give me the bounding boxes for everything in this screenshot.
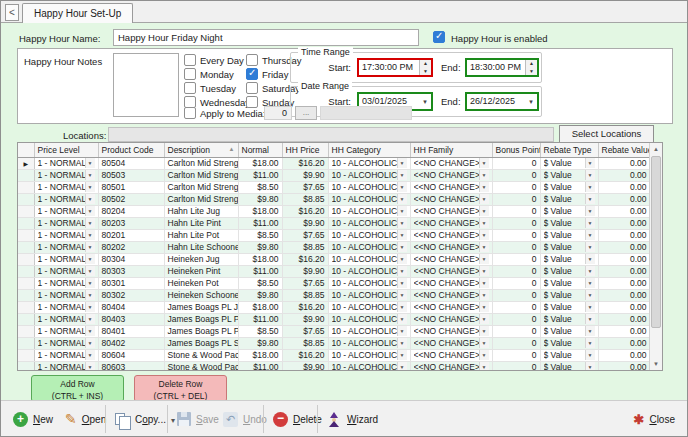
back-button[interactable]: < [5, 4, 19, 21]
rebate-value-cell[interactable]: 0.00 [598, 169, 650, 181]
delete-row-button[interactable]: Delete Row (CTRL + DEL) [134, 375, 227, 402]
chevron-down-icon[interactable]: ▼ [585, 362, 595, 371]
rebate-value-cell[interactable]: 0.00 [598, 301, 650, 313]
hh-price-cell[interactable]: $7.65 [282, 325, 328, 337]
description-cell[interactable]: James Boags PL Jug [164, 301, 238, 313]
apply-to-media-checkbox[interactable] [184, 107, 196, 119]
hh-family-cell[interactable]: <<NO CHANGE>>▼ [410, 349, 492, 361]
hh-category-cell[interactable]: 10 - ALCOHOLIC ...▼ [328, 169, 410, 181]
rebate-type-cell[interactable]: $ Value▼ [540, 265, 598, 277]
product-code-cell[interactable]: 80202 [98, 241, 164, 253]
save-button[interactable]: Save [173, 406, 223, 432]
hh-category-cell[interactable]: 10 - ALCOHOLIC ...▼ [328, 205, 410, 217]
bonus-points-cell[interactable]: 0 [492, 325, 540, 337]
chevron-down-icon[interactable]: ▼ [479, 290, 489, 300]
chevron-down-icon[interactable]: ▼ [397, 350, 407, 360]
hh-price-cell[interactable]: $8.85 [282, 193, 328, 205]
hh-family-cell[interactable]: <<NO CHANGE>>▼ [410, 217, 492, 229]
scroll-down-icon[interactable]: ▼ [650, 358, 662, 370]
chevron-down-icon[interactable]: ▼ [479, 350, 489, 360]
hh-family-cell[interactable]: <<NO CHANGE>>▼ [410, 289, 492, 301]
hh-price-cell[interactable]: $9.90 [282, 169, 328, 181]
chevron-down-icon[interactable]: ▼ [479, 302, 489, 312]
row-indicator[interactable] [18, 193, 34, 205]
chevron-down-icon[interactable]: ▼ [85, 206, 95, 216]
table-row[interactable]: 1 - NORMAL▼ 80404 James Boags PL Jug $18… [18, 301, 650, 313]
col-product-code[interactable]: Product Code [98, 143, 164, 157]
chevron-down-icon[interactable]: ▼ [585, 278, 595, 288]
price-level-cell[interactable]: 1 - NORMAL▼ [34, 325, 98, 337]
chevron-down-icon[interactable]: ▼ [397, 218, 407, 228]
chevron-down-icon[interactable]: ▼ [479, 218, 489, 228]
row-indicator[interactable] [18, 289, 34, 301]
description-cell[interactable]: Hahn Lite Jug [164, 205, 238, 217]
normal-price-cell[interactable]: $18.00 [238, 157, 282, 169]
bonus-points-cell[interactable]: 0 [492, 229, 540, 241]
hh-family-cell[interactable]: <<NO CHANGE>>▼ [410, 337, 492, 349]
hh-price-cell[interactable]: $9.90 [282, 217, 328, 229]
normal-price-cell[interactable]: $9.80 [238, 241, 282, 253]
rebate-value-cell[interactable]: 0.00 [598, 277, 650, 289]
description-cell[interactable]: Hahn Lite Schooner [164, 241, 238, 253]
hh-category-cell[interactable]: 10 - ALCOHOLIC ...▼ [328, 361, 410, 371]
hh-category-cell[interactable]: 10 - ALCOHOLIC ...▼ [328, 217, 410, 229]
chevron-down-icon[interactable]: ▼ [585, 290, 595, 300]
chevron-down-icon[interactable]: ▼ [85, 170, 95, 180]
happy-hour-name-input[interactable]: Happy Hour Friday Night [113, 29, 419, 46]
normal-price-cell[interactable]: $18.00 [238, 301, 282, 313]
chevron-down-icon[interactable]: ▼ [85, 350, 95, 360]
grid-scrollbar[interactable]: ▲ ▼ [649, 143, 662, 370]
chevron-down-icon[interactable]: ▼ [479, 158, 489, 168]
chevron-down-icon[interactable]: ▼ [479, 194, 489, 204]
chevron-down-icon[interactable]: ▼ [585, 242, 595, 252]
copy-button[interactable]: Copy... [111, 406, 179, 432]
chevron-down-icon[interactable]: ▼ [85, 290, 95, 300]
rebate-value-cell[interactable]: 0.00 [598, 265, 650, 277]
chevron-down-icon[interactable]: ▼ [397, 302, 407, 312]
price-level-cell[interactable]: 1 - NORMAL▼ [34, 157, 98, 169]
hh-price-cell[interactable]: $8.85 [282, 241, 328, 253]
hh-price-cell[interactable]: $16.20 [282, 205, 328, 217]
rebate-type-cell[interactable]: $ Value▼ [540, 337, 598, 349]
spinner-buttons[interactable]: ▲▼ [525, 60, 537, 75]
chevron-down-icon[interactable]: ▼ [585, 170, 595, 180]
bonus-points-cell[interactable]: 0 [492, 349, 540, 361]
col-rebate-value[interactable]: Rebate Value [598, 143, 650, 157]
table-row[interactable]: 1 - NORMAL▼ 80201 Hahn Lite Pot $8.50 $7… [18, 229, 650, 241]
col-hh-family[interactable]: HH Family [410, 143, 492, 157]
price-level-cell[interactable]: 1 - NORMAL▼ [34, 313, 98, 325]
normal-price-cell[interactable]: $8.50 [238, 229, 282, 241]
chevron-down-icon[interactable]: ▼ [397, 314, 407, 324]
hh-family-cell[interactable]: <<NO CHANGE>>▼ [410, 301, 492, 313]
hh-price-cell[interactable]: $8.85 [282, 289, 328, 301]
rebate-type-cell[interactable]: $ Value▼ [540, 229, 598, 241]
description-cell[interactable]: Heineken Schooner [164, 289, 238, 301]
product-code-cell[interactable]: 80502 [98, 193, 164, 205]
hh-family-cell[interactable]: <<NO CHANGE>>▼ [410, 361, 492, 371]
rebate-value-cell[interactable]: 0.00 [598, 193, 650, 205]
table-row[interactable]: 1 - NORMAL▼ 80301 Heineken Pot $8.50 $7.… [18, 277, 650, 289]
description-cell[interactable]: Heineken Pint [164, 265, 238, 277]
rebate-value-cell[interactable]: 0.00 [598, 361, 650, 371]
chevron-down-icon[interactable]: ▼ [85, 362, 95, 371]
row-indicator[interactable] [18, 265, 34, 277]
rebate-type-cell[interactable]: $ Value▼ [540, 169, 598, 181]
chevron-down-icon[interactable]: ▼ [397, 362, 407, 371]
rebate-value-cell[interactable]: 0.00 [598, 325, 650, 337]
normal-price-cell[interactable]: $18.00 [238, 205, 282, 217]
normal-price-cell[interactable]: $9.80 [238, 193, 282, 205]
chevron-down-icon[interactable]: ▼ [85, 218, 95, 228]
rebate-type-cell[interactable]: $ Value▼ [540, 241, 598, 253]
chevron-down-icon[interactable]: ▼ [585, 302, 595, 312]
chevron-down-icon[interactable]: ▼ [397, 182, 407, 192]
price-level-cell[interactable]: 1 - NORMAL▼ [34, 361, 98, 371]
chevron-down-icon[interactable]: ▼ [585, 266, 595, 276]
spinner-buttons[interactable]: ▲▼ [419, 60, 431, 75]
table-row[interactable]: 1 - NORMAL▼ 80402 James Boags PL S... $9… [18, 337, 650, 349]
col-hh-price[interactable]: HH Price [282, 143, 328, 157]
col-description[interactable]: Description▲ [164, 143, 238, 157]
chevron-down-icon[interactable]: ▼ [479, 338, 489, 348]
rebate-type-cell[interactable]: $ Value▼ [540, 277, 598, 289]
open-button[interactable]: Open [61, 406, 110, 432]
rebate-value-cell[interactable]: 0.00 [598, 157, 650, 169]
